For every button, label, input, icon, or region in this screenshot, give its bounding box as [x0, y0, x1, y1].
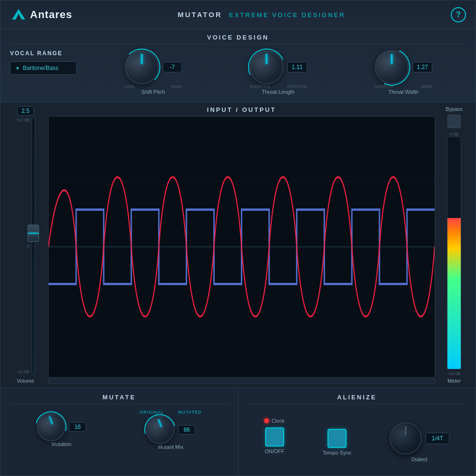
meter-area: Bypass 0 dB -24 dB Meter	[440, 106, 468, 384]
vocal-range-value: Baritone/Bass	[23, 65, 59, 71]
dialect-knob[interactable]	[389, 422, 422, 455]
meter-label: Meter	[447, 378, 461, 384]
header: Antares MUTATOR EXTREME VOICE DESIGNER ?	[0, 0, 476, 29]
throat-width-knob[interactable]	[375, 50, 409, 84]
throat-length-value: 1.11	[288, 62, 307, 72]
waveform-display	[48, 116, 435, 377]
fader-labels: +12 dB 0 -12 dB	[16, 118, 30, 374]
dialect-value: 1/4T	[426, 433, 449, 444]
shift-pitch-low-label: LOW	[125, 84, 135, 89]
alienize-panel: ALIENIZE Clock ON/OFF Tempo Sync	[238, 388, 476, 476]
mutant-mix-knob[interactable]	[146, 416, 174, 444]
fader-top-label: +12 dB	[16, 118, 30, 122]
waveform-scrollbar[interactable]	[48, 379, 435, 384]
volume-label: Volume	[17, 378, 34, 384]
on-off-label: ON/OFF	[265, 448, 285, 454]
clock-label: Clock	[271, 418, 285, 424]
throat-length-knob[interactable]	[249, 50, 284, 84]
fader-handle-line	[28, 233, 39, 234]
io-title: INPUT / OUTPUT	[48, 106, 435, 113]
shift-pitch-knob[interactable]	[125, 50, 159, 84]
bypass-label: Bypass	[446, 106, 463, 112]
bypass-button[interactable]	[447, 115, 461, 128]
throat-length-label: Throat Length	[262, 89, 295, 95]
voice-design-title: VOICE DESIGN	[10, 34, 466, 44]
volume-fader-area: 2.5 +12 dB 0 -12 dB Volume	[8, 106, 43, 384]
product-name: MUTATOR	[178, 10, 222, 19]
dialect-label: Dialect	[411, 456, 427, 462]
volume-fader-handle[interactable]	[28, 225, 39, 242]
fader-mid-label: 0	[27, 244, 30, 248]
tempo-sync-button[interactable]	[327, 429, 347, 448]
throat-width-range-labels: NARROW WIDE	[375, 84, 432, 89]
mutated-label: MUTATED	[178, 410, 201, 415]
tempo-sync-group: Tempo Sync	[323, 416, 352, 456]
logo-text: Antares	[30, 9, 72, 21]
meter-fill	[447, 218, 461, 369]
throat-width-label: Throat Width	[388, 89, 418, 95]
shift-pitch-label: Shift Pitch	[141, 89, 165, 95]
meter-bot-label: -24 dB	[448, 371, 461, 376]
stretch-label: STRETCH	[287, 84, 307, 89]
mutant-mix-group: ORIGINAL MUTATED 66 Mutant Mix	[139, 410, 201, 450]
shift-pitch-knob-container: -7	[125, 50, 182, 84]
throat-width-value: 1.27	[413, 62, 432, 72]
shift-pitch-group: -7 LOW HIGH Shift Pitch	[125, 50, 182, 95]
alienize-title: ALIENIZE	[248, 394, 466, 404]
dialect-control: 1/4T	[389, 422, 449, 455]
vocal-range-dropdown[interactable]: ▼ Baritone/Bass	[10, 61, 77, 75]
knobs-area: -7 LOW HIGH Shift Pitch 1.11	[91, 50, 466, 95]
shift-pitch-range-labels: LOW HIGH	[125, 84, 182, 89]
shift-pitch-high-label: HIGH	[171, 84, 182, 89]
io-center: INPUT / OUTPUT	[48, 106, 435, 384]
meter-top-label: 0 dB	[450, 132, 459, 137]
throat-width-knob-container: 1.27	[375, 50, 432, 84]
io-section: 2.5 +12 dB 0 -12 dB Volume INPUT / OUTPU…	[0, 102, 476, 387]
mix-range-labels: ORIGINAL MUTATED	[139, 410, 201, 415]
main-container: Antares MUTATOR EXTREME VOICE DESIGNER ?…	[0, 0, 476, 476]
throat-width-group: 1.27 NARROW WIDE Throat Width	[375, 50, 432, 95]
mutation-group: 16 Mutation	[37, 413, 86, 447]
throat-length-ring	[243, 43, 290, 91]
vocal-range-panel: VOCAL RANGE ▼ Baritone/Bass	[10, 50, 91, 75]
waveform-svg	[49, 117, 435, 377]
logo-area: Antares	[10, 6, 72, 23]
mutate-controls: 16 Mutation ORIGINAL MUTATED 66	[10, 410, 228, 450]
on-off-group: Clock ON/OFF	[264, 418, 285, 454]
shift-pitch-ring	[123, 49, 160, 86]
product-title-area: MUTATOR EXTREME VOICE DESIGNER	[178, 10, 345, 19]
mutate-panel: MUTATE 16 Mutation ORIGINAL	[0, 388, 238, 476]
mutation-value: 16	[69, 422, 86, 432]
mutate-title: MUTATE	[10, 394, 228, 404]
meter-container	[447, 137, 461, 369]
mutant-mix-value: 66	[178, 425, 195, 435]
mutation-knob[interactable]	[37, 413, 65, 441]
antares-logo-icon	[10, 6, 27, 23]
throat-length-range-labels: SHORTEN STRETCH	[249, 84, 307, 89]
help-button[interactable]: ?	[451, 7, 466, 22]
tempo-sync-label: Tempo Sync	[323, 450, 352, 456]
wide-label: WIDE	[421, 84, 433, 89]
dialect-group: 1/4T Dialect	[389, 410, 449, 462]
clock-indicator: Clock	[264, 418, 285, 424]
dropdown-arrow-icon: ▼	[15, 66, 20, 71]
voice-design-section: VOICE DESIGN VOCAL RANGE ▼ Baritone/Bass	[0, 29, 476, 102]
fader-bot-label: -12 dB	[17, 369, 30, 374]
volume-fader-track[interactable]	[31, 118, 35, 374]
product-subtitle: EXTREME VOICE DESIGNER	[229, 11, 345, 19]
alienize-controls: Clock ON/OFF Tempo Sync 1/4T	[248, 410, 466, 462]
bottom-section: MUTATE 16 Mutation ORIGINAL	[0, 387, 476, 476]
vocal-range-title: VOCAL RANGE	[10, 50, 81, 57]
voice-design-content: VOCAL RANGE ▼ Baritone/Bass -7	[10, 50, 466, 95]
throat-width-ring	[368, 43, 416, 91]
fader-with-labels: +12 dB 0 -12 dB	[16, 118, 35, 374]
throat-length-group: 1.11 SHORTEN STRETCH Throat Length	[249, 50, 307, 95]
on-off-button[interactable]	[265, 427, 284, 446]
shift-pitch-value: -7	[163, 62, 182, 72]
throat-length-knob-container: 1.11	[249, 50, 307, 84]
clock-dot-icon	[264, 418, 269, 423]
volume-value: 2.5	[17, 106, 34, 116]
